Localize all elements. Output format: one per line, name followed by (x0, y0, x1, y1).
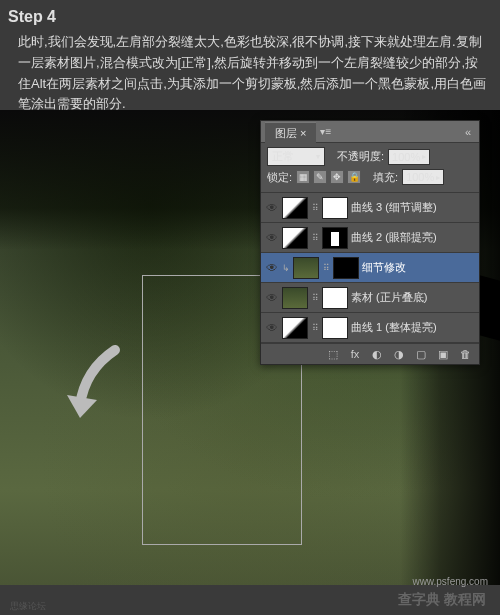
layer-row[interactable]: 👁⠿曲线 3 (细节调整) (261, 193, 479, 223)
link-icon: ⠿ (311, 293, 319, 303)
link-icon: ⠿ (311, 203, 319, 213)
lock-transparency-icon[interactable]: ▦ (296, 170, 310, 184)
lock-icons: ▦ ✎ ✥ 🔒 (296, 170, 361, 184)
layer-name[interactable]: 曲线 2 (眼部提亮) (351, 230, 437, 245)
fill-label: 填充: (373, 170, 398, 185)
link-icon: ⠿ (311, 233, 319, 243)
lock-all-icon[interactable]: 🔒 (347, 170, 361, 184)
layer-name[interactable]: 素材 (正片叠底) (351, 290, 427, 305)
chevron-down-icon: ▾ (316, 152, 320, 161)
blend-mode-value: 正常 (272, 149, 294, 164)
layer-row[interactable]: 👁⠿曲线 2 (眼部提亮) (261, 223, 479, 253)
group-icon[interactable]: ▢ (413, 347, 429, 361)
layer-thumbnail[interactable] (282, 197, 308, 219)
layers-panel: 图层 × ▾≡ « 正常▾ 不透明度: 100%▸ 锁定: ▦ ✎ ✥ (260, 120, 480, 365)
watermark: 查字典 教程网 (398, 591, 486, 609)
opacity-label: 不透明度: (337, 149, 384, 164)
instructions-text: 此时,我们会发现,左肩部分裂缝太大,色彩也较深,很不协调,接下来就处理左肩.复制… (18, 32, 490, 115)
layer-row[interactable]: 👁↳⠿细节修改 (261, 253, 479, 283)
mask-thumbnail[interactable] (333, 257, 359, 279)
panel-footer: ⬚ fx ◐ ◑ ▢ ▣ 🗑 (261, 343, 479, 364)
panel-menu-icon[interactable]: ▾≡ (316, 126, 335, 137)
layers-list: 👁⠿曲线 3 (细节调整)👁⠿曲线 2 (眼部提亮)👁↳⠿细节修改👁⠿素材 (正… (261, 193, 479, 343)
layer-row[interactable]: 👁⠿素材 (正片叠底) (261, 283, 479, 313)
blend-mode-select[interactable]: 正常▾ (267, 147, 325, 166)
clip-indicator-icon: ↳ (282, 263, 290, 273)
mask-icon[interactable]: ◐ (369, 347, 385, 361)
link-icon: ⠿ (311, 323, 319, 333)
chevron-right-icon: ▸ (436, 173, 440, 182)
link-icon: ⠿ (322, 263, 330, 273)
layer-name[interactable]: 曲线 1 (整体提亮) (351, 320, 437, 335)
layer-thumbnail[interactable] (282, 287, 308, 309)
lock-position-icon[interactable]: ✥ (330, 170, 344, 184)
footer-url: www.psfeng.com (412, 576, 488, 587)
visibility-eye-icon[interactable]: 👁 (265, 231, 279, 245)
panel-header: 图层 × ▾≡ « (261, 121, 479, 143)
fill-value: 100% (406, 171, 434, 183)
layer-thumbnail[interactable] (282, 317, 308, 339)
lock-label: 锁定: (267, 170, 292, 185)
layer-name[interactable]: 曲线 3 (细节调整) (351, 200, 437, 215)
delete-icon[interactable]: 🗑 (457, 347, 473, 361)
panel-minimize-icon[interactable]: « (461, 126, 475, 138)
step-label: Step 4 (8, 8, 56, 26)
adjustment-icon[interactable]: ◑ (391, 347, 407, 361)
new-layer-icon[interactable]: ▣ (435, 347, 451, 361)
mask-thumbnail[interactable] (322, 227, 348, 249)
panel-controls: 正常▾ 不透明度: 100%▸ 锁定: ▦ ✎ ✥ 🔒 填充: 100%▸ (261, 143, 479, 193)
link-layers-icon[interactable]: ⬚ (325, 347, 341, 361)
layer-row[interactable]: 👁⠿曲线 1 (整体提亮) (261, 313, 479, 343)
fill-input[interactable]: 100%▸ (402, 169, 444, 185)
visibility-eye-icon[interactable]: 👁 (265, 291, 279, 305)
opacity-input[interactable]: 100%▸ (388, 149, 430, 165)
footer-left: 思缘论坛 (10, 600, 46, 613)
visibility-eye-icon[interactable]: 👁 (265, 321, 279, 335)
layer-name[interactable]: 细节修改 (362, 260, 406, 275)
mask-thumbnail[interactable] (322, 287, 348, 309)
layer-thumbnail[interactable] (293, 257, 319, 279)
chevron-right-icon: ▸ (422, 152, 426, 161)
mask-thumbnail[interactable] (322, 197, 348, 219)
visibility-eye-icon[interactable]: 👁 (265, 261, 279, 275)
layer-thumbnail[interactable] (282, 227, 308, 249)
visibility-eye-icon[interactable]: 👁 (265, 201, 279, 215)
fx-icon[interactable]: fx (347, 347, 363, 361)
lock-pixels-icon[interactable]: ✎ (313, 170, 327, 184)
opacity-value: 100% (392, 151, 420, 163)
mask-thumbnail[interactable] (322, 317, 348, 339)
arrow-annotation (55, 340, 135, 440)
panel-tab-layers[interactable]: 图层 × (265, 122, 316, 144)
